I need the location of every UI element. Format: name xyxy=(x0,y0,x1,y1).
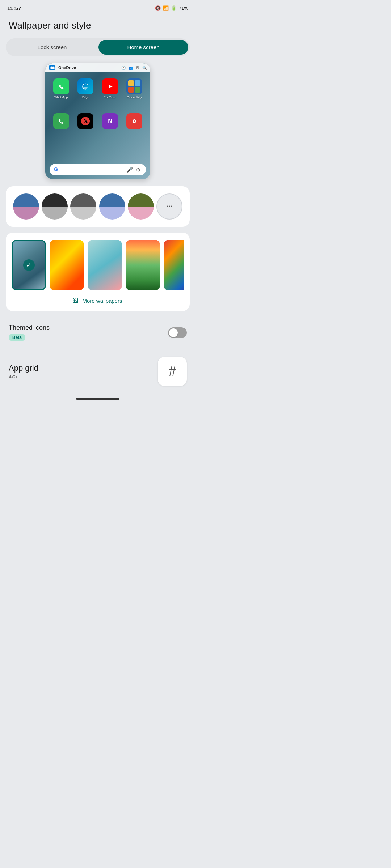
x-icon: 𝕏 xyxy=(77,113,93,129)
search-small-icon: 🔍 xyxy=(142,66,147,70)
phone-preview: OneDrive 🕐 👥 🖼 🔍 xyxy=(45,63,150,179)
status-time: 11:57 xyxy=(7,5,21,11)
nav-pill xyxy=(76,398,119,400)
battery-icon: 🔋 xyxy=(171,5,177,11)
svg-text:N: N xyxy=(108,118,112,124)
svg-point-4 xyxy=(57,117,66,125)
edge-icon xyxy=(77,78,93,94)
tab-lock-screen[interactable]: Lock screen xyxy=(7,40,97,55)
productivity-icon xyxy=(126,78,142,94)
whatsapp-icon xyxy=(53,78,69,94)
status-bar: 11:57 🔇 📶 🔋 71% xyxy=(0,0,196,14)
clock-icon: 🕐 xyxy=(121,66,126,70)
grid-hash-icon: # xyxy=(169,364,176,379)
google-search-bar[interactable]: G 🎤 ⊙ xyxy=(50,164,146,175)
svg-point-1 xyxy=(81,82,90,91)
more-dots: ··· xyxy=(166,202,173,211)
onedrive-action-icons: 🕐 👥 🖼 🔍 xyxy=(121,66,147,70)
app-phone[interactable] xyxy=(50,113,72,130)
youtube-label: YouTube xyxy=(104,95,115,99)
tab-home-screen[interactable]: Home screen xyxy=(98,40,188,55)
photo-icon: 🖼 xyxy=(136,66,139,70)
app-youtube[interactable]: YouTube xyxy=(99,78,121,99)
color-option-gray[interactable] xyxy=(70,193,96,220)
mic-icon[interactable]: 🎤 xyxy=(126,166,133,173)
svg-point-0 xyxy=(57,82,66,91)
app-grid-icon-button[interactable]: # xyxy=(158,357,187,386)
color-palette-section: ··· xyxy=(6,186,190,227)
app-grid-title: App grid xyxy=(9,363,158,373)
tab-bar: Lock screen Home screen xyxy=(6,38,190,56)
productivity-label: Productivity xyxy=(127,95,142,99)
onenote-icon: N xyxy=(102,113,118,129)
app-edge[interactable]: Edge xyxy=(75,78,96,99)
more-wallpapers-label: More wallpapers xyxy=(82,298,122,304)
wallpaper-grid: ✓ xyxy=(12,240,184,292)
navigation-bar xyxy=(0,393,196,406)
color-option-blue-lavender[interactable] xyxy=(99,193,125,220)
onedrive-logo xyxy=(49,65,55,70)
phone-preview-inner: OneDrive 🕐 👥 🖼 🔍 xyxy=(45,63,150,179)
color-option-olive-pink[interactable] xyxy=(128,193,154,220)
more-wallpapers-button[interactable]: 🖼 More wallpapers xyxy=(12,298,184,304)
app-row-1: WhatsApp xyxy=(45,76,150,100)
lens-icon[interactable]: ⊙ xyxy=(135,166,142,173)
themed-icons-label: Themed icons xyxy=(9,324,168,332)
color-option-more[interactable]: ··· xyxy=(156,193,182,220)
app-music[interactable] xyxy=(123,113,145,130)
wallpaper-abstract[interactable] xyxy=(164,240,184,290)
music-icon xyxy=(126,113,142,129)
wallpaper-landscape[interactable] xyxy=(126,240,160,290)
color-palette: ··· xyxy=(12,193,184,220)
status-icons: 🔇 📶 🔋 71% xyxy=(155,5,188,11)
whatsapp-label: WhatsApp xyxy=(54,95,68,99)
color-option-black-gray[interactable] xyxy=(42,193,68,220)
app-grid-section: App grid 4x5 # xyxy=(0,348,196,393)
wallpaper-teal[interactable] xyxy=(88,240,122,290)
youtube-icon xyxy=(102,78,118,94)
edge-label: Edge xyxy=(82,95,89,99)
app-productivity[interactable]: Productivity xyxy=(123,78,145,99)
app-grid-info: App grid 4x5 xyxy=(9,363,158,379)
phone-preview-container: OneDrive 🕐 👥 🖼 🔍 xyxy=(0,63,196,179)
app-x[interactable]: 𝕏 xyxy=(75,113,96,130)
app-whatsapp[interactable]: WhatsApp xyxy=(50,78,72,99)
themed-icons-row: Themed icons Beta xyxy=(0,317,196,348)
people-icon: 👥 xyxy=(129,66,133,70)
app-onenote[interactable]: N xyxy=(99,113,121,130)
beta-badge: Beta xyxy=(9,334,25,341)
svg-point-11 xyxy=(134,120,135,122)
color-option-blue-purple[interactable] xyxy=(13,193,39,220)
more-wallpapers-icon: 🖼 xyxy=(73,298,79,304)
wallpaper-orange[interactable] xyxy=(50,240,84,290)
wallpaper-ice[interactable]: ✓ xyxy=(12,240,46,290)
app-grid-subtitle: 4x5 xyxy=(9,374,158,379)
page-title: Wallpaper and style xyxy=(0,14,196,38)
onedrive-label: OneDrive xyxy=(58,65,118,70)
selected-checkmark: ✓ xyxy=(23,259,35,271)
themed-icons-label-wrap: Themed icons Beta xyxy=(9,324,168,341)
svg-text:𝕏: 𝕏 xyxy=(84,118,88,124)
google-icon: G xyxy=(54,166,60,173)
mute-icon: 🔇 xyxy=(155,5,161,11)
onedrive-bar: OneDrive 🕐 👥 🖼 🔍 xyxy=(45,63,150,72)
wifi-icon: 📶 xyxy=(163,5,169,11)
themed-icons-toggle[interactable] xyxy=(168,327,187,338)
wallpaper-section: ✓ 🖼 More wallpapers xyxy=(6,233,190,311)
app-row-2: 𝕏 N xyxy=(45,110,150,132)
phone-icon xyxy=(53,113,69,129)
battery-percent: 71% xyxy=(179,5,188,11)
